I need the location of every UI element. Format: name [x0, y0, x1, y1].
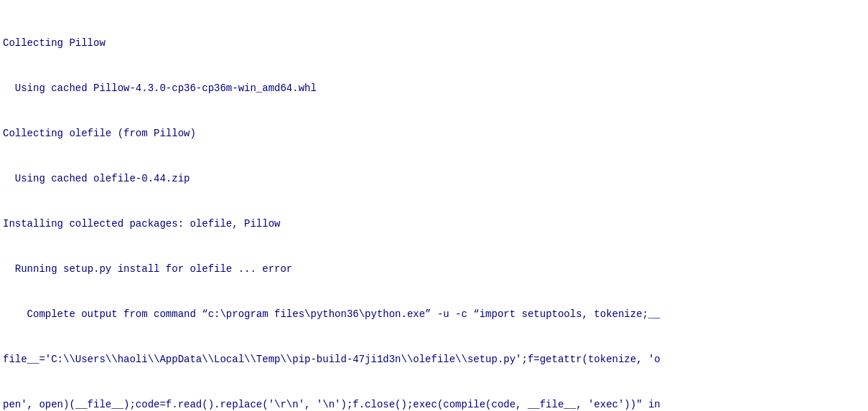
line-6: Running setup.py install for olefile ...… [3, 262, 865, 277]
line-1: Collecting Pillow [3, 36, 865, 51]
line-4: Using cached olefile-0.44.zip [3, 171, 865, 186]
terminal-output: Collecting Pillow Using cached Pillow-4.… [3, 6, 865, 411]
line-7: Complete output from command “c:\program… [3, 307, 865, 322]
line-3: Collecting olefile (from Pillow) [3, 126, 865, 141]
line-8: file__='C:\\Users\\haoli\\AppData\\Local… [3, 352, 865, 367]
line-2: Using cached Pillow-4.3.0-cp36-cp36m-win… [3, 81, 865, 96]
line-5: Installing collected packages: olefile, … [3, 217, 865, 232]
line-9: pen', open)(__file__);code=f.read().repl… [3, 397, 865, 411]
